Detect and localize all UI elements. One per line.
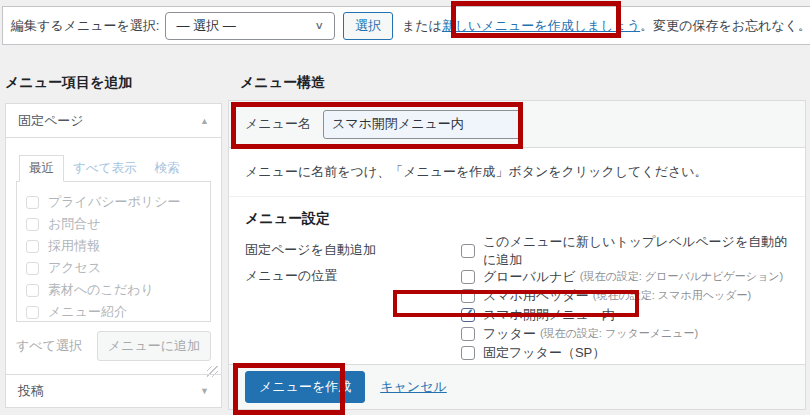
menu-select-value: — 選択 — bbox=[176, 17, 235, 35]
list-item-label: アクセス bbox=[48, 259, 101, 277]
menu-name-label: メニュー名 bbox=[245, 115, 311, 133]
pages-checklist: プライバシーポリシー お問合せ 採用情報 アクセス 素材へのこだわり メニュー紹… bbox=[16, 181, 211, 322]
menu-settings-section: メニュー設定 固定ページを自動追加 このメニューに新しいトップレベルページを自動… bbox=[229, 197, 805, 381]
checkbox-icon[interactable] bbox=[26, 284, 39, 297]
or-text: または bbox=[402, 17, 442, 35]
pages-panel-body: 最近 すべて表示 検索 プライバシーポリシー お問合せ 採用情報 アクセス 素材… bbox=[6, 138, 221, 361]
menu-name-input[interactable] bbox=[323, 110, 523, 139]
add-items-panel: 固定ページ ▲ 最近 すべて表示 検索 プライバシーポリシー お問合せ 採用情報… bbox=[5, 103, 222, 408]
tab-recent[interactable]: 最近 bbox=[19, 155, 64, 182]
menu-instructions-text: メニューに名前をつけ、「メニューを作成」ボタンをクリックしてください。 bbox=[229, 148, 805, 197]
option-label: グローバルナビ bbox=[483, 268, 576, 286]
auto-add-label: 固定ページを自動追加 bbox=[245, 241, 461, 260]
create-new-menu-link[interactable]: 新しいメニューを作成しましょう bbox=[442, 17, 640, 35]
cancel-link[interactable]: キャンセル bbox=[380, 378, 447, 396]
checkbox-icon[interactable] bbox=[26, 306, 39, 319]
location-option-footer[interactable]: フッター (現在の設定: フッターメニュー) bbox=[461, 324, 783, 343]
menu-editor-footer: メニューを作成 キャンセル bbox=[229, 364, 805, 409]
create-menu-button[interactable]: メニューを作成 bbox=[245, 371, 365, 403]
checkbox-icon[interactable] bbox=[461, 289, 475, 303]
menu-select-dropdown[interactable]: — 選択 — ∨ bbox=[165, 12, 334, 40]
menu-select-bar: 編集するメニューを選択: — 選択 — ∨ 選択 または 新しいメニューを作成し… bbox=[2, 6, 810, 45]
location-option-global-nav[interactable]: グローバルナビ (現在の設定: グローバルナビゲーション) bbox=[461, 267, 783, 286]
menu-name-row: メニュー名 bbox=[229, 101, 805, 148]
list-item[interactable]: アクセス bbox=[26, 257, 210, 279]
checkbox-icon[interactable] bbox=[26, 262, 39, 275]
checkbox-icon[interactable] bbox=[461, 346, 475, 360]
auto-add-row: 固定ページを自動追加 このメニューに新しいトップレベルページを自動的に追加 bbox=[245, 241, 789, 260]
option-label: 固定フッター（SP） bbox=[483, 344, 605, 362]
option-label: スマホ用ヘッダー bbox=[483, 287, 589, 305]
checkbox-icon[interactable] bbox=[461, 327, 475, 341]
pages-panel-actions: すべて選択 メニューに追加 bbox=[16, 331, 211, 361]
collapse-down-icon: ▼ bbox=[200, 386, 209, 396]
tab-search[interactable]: 検索 bbox=[145, 156, 188, 181]
list-item[interactable]: メニュー紹介 bbox=[26, 301, 210, 322]
pages-tabs: 最近 すべて表示 検索 bbox=[19, 155, 211, 181]
checked-checkbox-icon[interactable] bbox=[461, 308, 475, 322]
select-all-link[interactable]: すべて選択 bbox=[16, 337, 82, 355]
auto-add-option[interactable]: このメニューに新しいトップレベルページを自動的に追加 bbox=[461, 241, 789, 260]
checkbox-icon[interactable] bbox=[26, 196, 39, 209]
list-item[interactable]: 素材へのこだわり bbox=[26, 279, 210, 301]
posts-accordion-header[interactable]: 投稿 ▼ bbox=[6, 374, 221, 407]
location-option-sp-header[interactable]: スマホ用ヘッダー (現在の設定: スマホ用ヘッダー) bbox=[461, 286, 783, 305]
checkbox-icon[interactable] bbox=[26, 218, 39, 231]
option-label: スマホ開閉メニュー内 bbox=[483, 306, 615, 324]
menus-admin-page: 編集するメニューを選択: — 選択 — ∨ 選択 または 新しいメニューを作成し… bbox=[0, 0, 810, 415]
location-option-sp-slide-menu[interactable]: スマホ開閉メニュー内 bbox=[461, 305, 783, 324]
list-item-label: メニュー紹介 bbox=[48, 303, 127, 321]
tab-view-all[interactable]: すべて表示 bbox=[64, 156, 145, 181]
pages-panel-title: 固定ページ bbox=[18, 112, 84, 130]
list-item-label: プライバシーポリシー bbox=[48, 193, 180, 211]
checkbox-icon[interactable] bbox=[26, 240, 39, 253]
option-note: (現在の設定: グローバルナビゲーション) bbox=[580, 269, 783, 284]
list-item-label: お問合せ bbox=[48, 215, 101, 233]
pages-accordion-header[interactable]: 固定ページ ▲ bbox=[6, 104, 221, 138]
list-item[interactable]: 採用情報 bbox=[26, 235, 210, 257]
posts-panel-title: 投稿 bbox=[18, 382, 44, 400]
list-item-label: 採用情報 bbox=[48, 237, 100, 255]
option-note: (現在の設定: フッターメニュー) bbox=[540, 326, 698, 341]
auto-add-option-label: このメニューに新しいトップレベルページを自動的に追加 bbox=[483, 233, 789, 269]
option-label: フッター bbox=[483, 325, 536, 343]
select-button[interactable]: 選択 bbox=[343, 12, 393, 40]
collapse-up-icon: ▲ bbox=[200, 116, 209, 126]
list-item[interactable]: お問合せ bbox=[26, 213, 210, 235]
location-option-fixed-footer[interactable]: 固定フッター（SP） bbox=[461, 343, 783, 362]
menu-settings-title: メニュー設定 bbox=[245, 210, 789, 228]
select-menu-label: 編集するメニューを選択: bbox=[11, 17, 159, 35]
add-to-menu-button[interactable]: メニューに追加 bbox=[97, 331, 211, 361]
checkbox-icon[interactable] bbox=[461, 270, 475, 284]
list-item-label: 素材へのこだわり bbox=[48, 281, 154, 299]
chevron-down-icon: ∨ bbox=[314, 20, 324, 32]
menu-structure-title: メニュー構造 bbox=[240, 74, 325, 92]
checkbox-icon[interactable] bbox=[461, 244, 475, 258]
menu-editor-panel: メニュー名 メニューに名前をつけ、「メニューを作成」ボタンをクリックしてください… bbox=[228, 100, 806, 410]
save-reminder-text: 。変更の保存をお忘れなく。 bbox=[640, 17, 810, 35]
option-note: (現在の設定: スマホ用ヘッダー) bbox=[593, 288, 751, 303]
list-item[interactable]: プライバシーポリシー bbox=[26, 191, 210, 213]
add-menu-items-title: メニュー項目を追加 bbox=[5, 74, 132, 92]
